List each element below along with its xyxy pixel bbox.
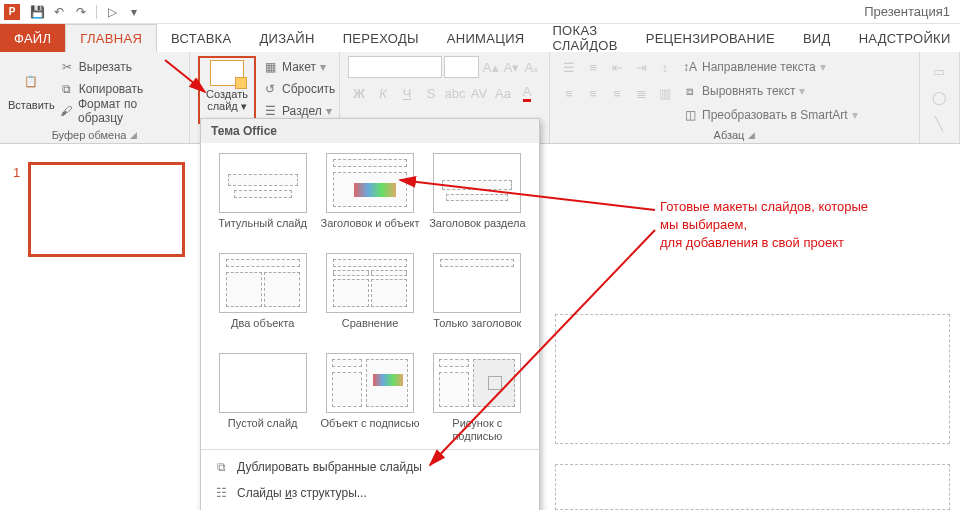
font-color-icon[interactable]: A	[516, 82, 538, 104]
cut-icon: ✂	[59, 59, 75, 75]
tab-view[interactable]: ВИД	[789, 24, 845, 52]
tab-insert[interactable]: ВСТАВКА	[157, 24, 245, 52]
tab-file[interactable]: ФАЙЛ	[0, 24, 65, 52]
strikethrough-icon[interactable]: S	[420, 82, 442, 104]
tab-design[interactable]: ДИЗАЙН	[245, 24, 328, 52]
align-text-button[interactable]: ⧈ Выровнять текст▾	[682, 80, 858, 102]
new-slide-label-2: слайд ▾	[207, 100, 247, 113]
layout-label: Сравнение	[342, 317, 399, 343]
layout-section-header[interactable]: Заголовок раздела	[428, 153, 527, 243]
layout-title-and-content[interactable]: Заголовок и объект	[320, 153, 419, 243]
text-direction-button[interactable]: ↕A Направление текста▾	[682, 56, 858, 78]
line-spacing-icon[interactable]: ↕	[654, 56, 676, 78]
paragraph-launcher-icon[interactable]: ◢	[748, 130, 755, 140]
layout-label: Пустой слайд	[228, 417, 298, 443]
increase-indent-icon[interactable]: ⇥	[630, 56, 652, 78]
underline-icon[interactable]: Ч	[396, 82, 418, 104]
copy-icon: ⧉	[59, 81, 75, 97]
qat-customize-icon[interactable]: ▾	[125, 3, 143, 21]
new-slide-dropdown: Тема Office Титульный слайд Заголовок и …	[200, 118, 540, 510]
clipboard-launcher-icon[interactable]: ◢	[130, 130, 137, 140]
align-left-icon[interactable]: ≡	[558, 82, 580, 104]
reuse-slides-item[interactable]: ⧉ Повторное использование слайдов...	[201, 506, 539, 510]
duplicate-label: Дублировать выбранные слайды	[237, 460, 422, 474]
new-slide-button[interactable]: Создать слайд ▾	[202, 60, 252, 120]
justify-icon[interactable]: ≣	[630, 82, 652, 104]
bold-icon[interactable]: Ж	[348, 82, 370, 104]
tab-animation[interactable]: АНИМАЦИЯ	[433, 24, 539, 52]
slide-thumbnail-1[interactable]: 1	[28, 162, 185, 257]
increase-font-icon[interactable]: A▴	[481, 56, 500, 78]
text-direction-label: Направление текста	[702, 60, 816, 74]
layout-preview	[326, 353, 414, 413]
layout-two-content[interactable]: Два объекта	[213, 253, 312, 343]
reset-button[interactable]: ↺ Сбросить	[262, 78, 335, 100]
convert-smartart-button[interactable]: ◫ Преобразовать в SmartArt▾	[682, 104, 858, 126]
layout-preview	[219, 353, 307, 413]
font-name-combo[interactable]	[348, 56, 442, 78]
shape-line-icon[interactable]: ╲	[928, 112, 950, 134]
text-direction-icon: ↕A	[682, 59, 698, 75]
outline-label: Слайды из структуры...	[237, 486, 367, 500]
group-paragraph: ☰ ≡ ⇤ ⇥ ↕ ≡ ≡ ≡ ≣ ▥ ↕A Направление текст	[550, 52, 920, 143]
subtitle-placeholder[interactable]	[555, 464, 950, 510]
slide-number: 1	[13, 165, 20, 180]
tab-slideshow[interactable]: ПОКАЗ СЛАЙДОВ	[538, 24, 631, 52]
qat-separator	[96, 5, 97, 19]
title-bar: P 💾 ↶ ↷ ▷ ▾ Презентация1	[0, 0, 960, 24]
align-text-icon: ⧈	[682, 83, 698, 99]
font-size-combo[interactable]	[444, 56, 479, 78]
format-painter-button[interactable]: 🖌 Формат по образцу	[59, 100, 181, 122]
shape-rect-icon[interactable]: ▭	[928, 60, 950, 82]
layout-comparison[interactable]: Сравнение	[320, 253, 419, 343]
layout-preview	[326, 253, 414, 313]
font-group-label	[348, 104, 541, 106]
layout-title-slide[interactable]: Титульный слайд	[213, 153, 312, 243]
duplicate-slides-item[interactable]: ⧉ Дублировать выбранные слайды	[201, 454, 539, 480]
layout-content-caption[interactable]: Объект с подписью	[320, 353, 419, 443]
cut-button[interactable]: ✂ Вырезать	[59, 56, 181, 78]
tab-review[interactable]: РЕЦЕНЗИРОВАНИЕ	[632, 24, 789, 52]
numbering-icon[interactable]: ≡	[582, 56, 604, 78]
dropdown-footer: ⧉ Дублировать выбранные слайды ☷ Слайды …	[201, 449, 539, 510]
title-placeholder[interactable]	[555, 314, 950, 444]
format-painter-label: Формат по образцу	[78, 97, 181, 125]
align-right-icon[interactable]: ≡	[606, 82, 628, 104]
paste-button[interactable]: 📋 Вставить	[8, 56, 55, 122]
start-from-beginning-icon[interactable]: ▷	[103, 3, 121, 21]
columns-icon[interactable]: ▥	[654, 82, 676, 104]
layout-blank[interactable]: Пустой слайд	[213, 353, 312, 443]
clipboard-group-label: Буфер обмена ◢	[8, 127, 181, 141]
shape-oval-icon[interactable]: ◯	[928, 86, 950, 108]
decrease-indent-icon[interactable]: ⇤	[606, 56, 628, 78]
layout-title-only[interactable]: Только заголовок	[428, 253, 527, 343]
tab-transitions[interactable]: ПЕРЕХОДЫ	[329, 24, 433, 52]
undo-icon[interactable]: ↶	[50, 3, 68, 21]
layout-label: Только заголовок	[433, 317, 521, 343]
format-painter-icon: 🖌	[59, 103, 74, 119]
save-icon[interactable]: 💾	[28, 3, 46, 21]
decrease-font-icon[interactable]: A▾	[502, 56, 521, 78]
section-icon: ☰	[262, 103, 278, 119]
layout-label: Рисунок с подписью	[428, 417, 527, 443]
slides-from-outline-item[interactable]: ☷ Слайды из структуры...	[201, 480, 539, 506]
italic-icon[interactable]: К	[372, 82, 394, 104]
layout-label: Заголовок раздела	[429, 217, 525, 243]
layout-preview	[433, 353, 521, 413]
layout-label: Макет	[282, 60, 316, 74]
layout-picture-caption[interactable]: Рисунок с подписью	[428, 353, 527, 443]
shadow-icon[interactable]: abc	[444, 82, 466, 104]
bullets-icon[interactable]: ☰	[558, 56, 580, 78]
tab-home[interactable]: ГЛАВНАЯ	[65, 24, 157, 52]
group-drawing-partial: ▭ ◯ ╲	[920, 52, 960, 143]
clear-formatting-icon[interactable]: Aₓ	[522, 56, 541, 78]
copy-label: Копировать	[79, 82, 144, 96]
redo-icon[interactable]: ↷	[72, 3, 90, 21]
layout-label: Два объекта	[231, 317, 294, 343]
change-case-icon[interactable]: Aa	[492, 82, 514, 104]
layout-button[interactable]: ▦ Макет▾	[262, 56, 335, 78]
paste-label: Вставить	[8, 99, 55, 111]
char-spacing-icon[interactable]: AV	[468, 82, 490, 104]
align-center-icon[interactable]: ≡	[582, 82, 604, 104]
tab-addins[interactable]: НАДСТРОЙКИ	[845, 24, 960, 52]
